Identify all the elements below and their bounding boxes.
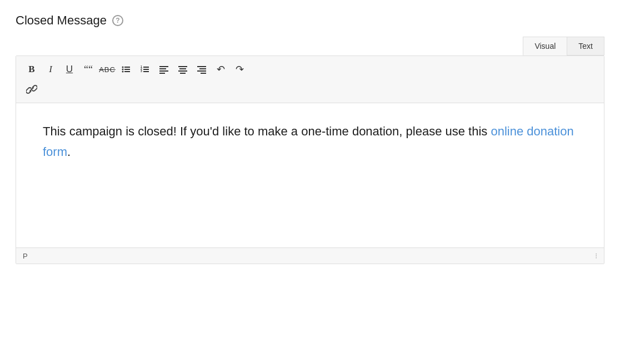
svg-rect-19	[180, 73, 186, 74]
align-right-button[interactable]	[193, 60, 211, 78]
resize-handle[interactable]: ⁝	[595, 251, 597, 260]
editor-container: B I U ““ ABC 1	[16, 55, 604, 264]
toolbar-row-1: B I U ““ ABC 1	[23, 60, 597, 78]
toolbar-row-2	[23, 80, 597, 98]
svg-rect-22	[197, 70, 206, 72]
align-left-button[interactable]	[155, 60, 173, 78]
strikethrough-button[interactable]: ABC	[98, 60, 116, 78]
tab-visual[interactable]: Visual	[523, 37, 567, 55]
svg-rect-12	[159, 66, 168, 67]
page-title: Closed Message	[16, 13, 107, 28]
tab-bar: Visual Text	[16, 37, 604, 55]
ordered-list-button[interactable]: 1 2 3	[136, 60, 154, 78]
svg-rect-17	[179, 68, 186, 69]
help-icon[interactable]: ?	[112, 15, 123, 26]
unordered-list-button[interactable]	[117, 60, 135, 78]
svg-rect-13	[159, 68, 166, 69]
svg-rect-11	[143, 71, 149, 72]
editor-text-after: .	[67, 145, 71, 159]
editor-tag: P	[23, 252, 28, 260]
editor-paragraph: This campaign is closed! If you'd like t…	[43, 121, 577, 163]
svg-rect-7	[143, 67, 149, 68]
page-header: Closed Message ?	[16, 13, 604, 28]
svg-rect-21	[199, 68, 206, 69]
editor-footer: P ⁝	[16, 247, 604, 264]
editor-content[interactable]: This campaign is closed! If you'd like t…	[16, 103, 604, 247]
tab-text[interactable]: Text	[567, 37, 604, 55]
underline-button[interactable]: U	[61, 60, 78, 78]
svg-point-2	[122, 69, 124, 70]
svg-rect-14	[159, 70, 168, 72]
undo-button[interactable]: ↶	[212, 60, 229, 78]
editor-text-plain: This campaign is closed! If you'd like t…	[43, 124, 491, 138]
svg-rect-1	[124, 67, 130, 68]
editor-wrapper: Visual Text B I U ““ ABC	[16, 37, 604, 264]
svg-point-4	[122, 71, 124, 73]
blockquote-button[interactable]: ““	[79, 60, 97, 78]
svg-rect-23	[201, 73, 206, 74]
svg-rect-9	[143, 69, 149, 70]
svg-rect-20	[197, 66, 206, 67]
link-button[interactable]	[23, 80, 41, 98]
svg-point-0	[122, 67, 124, 68]
svg-text:3: 3	[141, 69, 142, 73]
svg-rect-5	[124, 71, 130, 72]
svg-rect-16	[178, 66, 187, 67]
svg-rect-18	[178, 70, 187, 72]
redo-button[interactable]: ↷	[231, 60, 248, 78]
bold-button[interactable]: B	[23, 60, 41, 78]
align-center-button[interactable]	[174, 60, 192, 78]
svg-rect-15	[159, 73, 165, 74]
svg-rect-3	[124, 69, 130, 70]
italic-button[interactable]: I	[42, 60, 59, 78]
toolbar: B I U ““ ABC 1	[16, 56, 604, 103]
